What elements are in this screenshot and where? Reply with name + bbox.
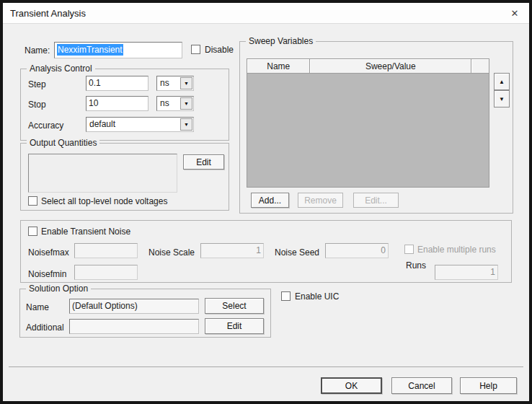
enable-multiple-runs-checkbox: [404, 245, 414, 254]
stop-input[interactable]: 10: [86, 96, 148, 111]
step-unit-select[interactable]: ns ▼: [156, 76, 194, 91]
output-quantities-edit-button[interactable]: Edit: [183, 154, 224, 170]
additional-label: Additional: [26, 322, 64, 333]
name-input[interactable]: NexximTransient: [54, 42, 182, 58]
dialog-title: Transient Analysis: [10, 8, 86, 19]
noise-scale-label: Noise Scale: [148, 247, 195, 258]
chevron-down-icon[interactable]: ▼: [180, 118, 192, 131]
footer-divider: [9, 366, 523, 367]
select-all-node-voltages-checkbox[interactable]: [28, 196, 37, 206]
noise-scale-input: 1: [200, 243, 264, 258]
sweep-variables-group: Sweep Variables Name Sweep/Value ▲ ▼ Add…: [239, 41, 513, 214]
arrow-down-icon: ▼: [499, 96, 505, 102]
transient-noise-group: Enable Transient Noise Noisefmax Noise S…: [20, 220, 512, 283]
enable-transient-noise-checkbox[interactable]: [28, 227, 37, 236]
title-bar[interactable]: Transient Analysis ✕: [3, 3, 529, 24]
disable-checkbox[interactable]: [191, 45, 200, 54]
noise-seed-input: 0: [325, 243, 389, 258]
transient-analysis-dialog: Transient Analysis ✕ Name: NexximTransie…: [0, 0, 532, 404]
column-header-extra[interactable]: [471, 59, 489, 74]
sweep-add-button[interactable]: Add...: [251, 193, 289, 208]
close-icon[interactable]: ✕: [506, 6, 523, 21]
additional-value: [69, 319, 199, 334]
sweep-move-up-button[interactable]: ▲: [494, 73, 510, 90]
runs-input: 1: [435, 265, 498, 280]
runs-label: Runs: [406, 260, 426, 271]
stop-label: Stop: [28, 100, 46, 110]
analysis-control-group: Analysis Control Step 0.1 ns ▼ Stop 10 n…: [20, 69, 229, 141]
step-unit-value: ns: [160, 78, 169, 88]
enable-multiple-runs-label: Enable multiple runs: [417, 245, 496, 255]
additional-edit-button[interactable]: Edit: [205, 318, 264, 334]
help-button[interactable]: Help: [460, 377, 517, 394]
step-label: Step: [28, 79, 46, 89]
cancel-button[interactable]: Cancel: [391, 377, 452, 394]
sweep-variables-legend: Sweep Variables: [246, 36, 316, 46]
select-all-node-voltages-label: Select all top-level node voltages: [41, 196, 167, 206]
chevron-down-icon[interactable]: ▼: [180, 97, 192, 110]
solution-option-legend: Solution Option: [26, 284, 91, 294]
disable-label: Disable: [205, 45, 234, 55]
sweep-table-body[interactable]: [247, 74, 489, 188]
step-input[interactable]: 0.1: [86, 76, 148, 91]
noisefmax-input: [74, 243, 138, 258]
solution-name-value: (Default Options): [69, 299, 199, 314]
stop-unit-select[interactable]: ns ▼: [156, 96, 194, 111]
sweep-move-down-button[interactable]: ▼: [494, 90, 510, 107]
name-label: Name:: [25, 45, 50, 56]
output-quantities-legend: Output Quantities: [27, 138, 99, 148]
solution-name-label: Name: [26, 302, 49, 312]
arrow-up-icon: ▲: [499, 79, 505, 85]
enable-uic-label: Enable UIC: [295, 291, 339, 302]
noisefmax-label: Noisefmax: [28, 247, 69, 258]
sweep-edit-button: Edit...: [353, 193, 399, 208]
output-quantities-list[interactable]: [28, 154, 177, 193]
sweep-variables-table[interactable]: Name Sweep/Value: [247, 58, 489, 188]
noise-seed-label: Noise Seed: [275, 247, 319, 258]
noisefmin-input: [74, 265, 138, 280]
chevron-down-icon[interactable]: ▼: [180, 77, 192, 89]
output-quantities-group: Output Quantities Edit Select all top-le…: [20, 143, 229, 211]
accuracy-select[interactable]: default ▼: [86, 117, 194, 132]
sweep-remove-button: Remove: [298, 193, 343, 208]
column-header-sweep-value[interactable]: Sweep/Value: [310, 59, 471, 74]
enable-uic-checkbox[interactable]: [281, 291, 291, 301]
stop-unit-value: ns: [160, 98, 169, 108]
ok-button[interactable]: OK: [321, 377, 382, 394]
accuracy-label: Accuracy: [28, 120, 63, 131]
column-header-name[interactable]: Name: [247, 59, 310, 74]
name-input-selected-text: NexximTransient: [57, 44, 123, 56]
solution-select-button[interactable]: Select: [205, 298, 264, 314]
solution-option-group: Solution Option Name (Default Options) S…: [19, 289, 271, 338]
accuracy-value: default: [89, 119, 115, 129]
analysis-control-legend: Analysis Control: [27, 63, 95, 74]
enable-transient-noise-label: Enable Transient Noise: [41, 227, 130, 237]
noisefmin-label: Noisefmin: [28, 269, 66, 279]
sweep-table-header: Name Sweep/Value: [247, 59, 489, 74]
